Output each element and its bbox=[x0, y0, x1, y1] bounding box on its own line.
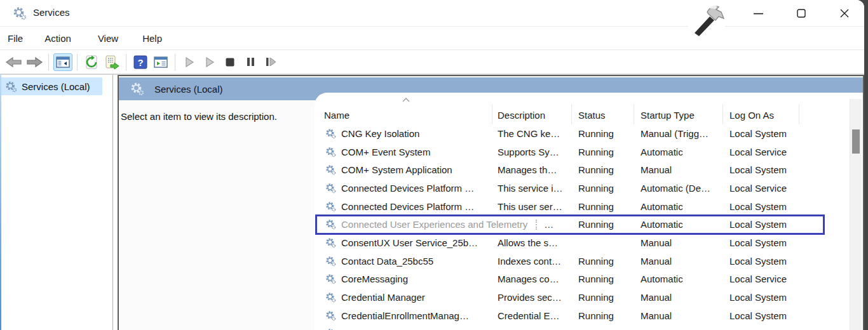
sidebar-item-services-local[interactable]: Services (Local) bbox=[1, 77, 102, 95]
back-icon[interactable] bbox=[4, 53, 24, 71]
table-row[interactable]: COM+ System Application Manages th… Runn… bbox=[315, 161, 848, 179]
service-status: Running bbox=[572, 147, 634, 157]
sort-ascending-icon bbox=[402, 98, 410, 102]
service-startup-type: Manual bbox=[634, 310, 723, 321]
service-name: COM+ System Application bbox=[341, 164, 452, 175]
table-row[interactable]: Credential Manager Provides sec… Running… bbox=[315, 288, 848, 307]
service-startup-type: Manual bbox=[634, 292, 723, 303]
content-area: Services (Local) Services (Local) Select… bbox=[0, 75, 864, 330]
service-status: Running bbox=[572, 164, 634, 175]
service-name: COM+ Event System bbox=[341, 147, 430, 157]
service-name: CNG Key Isolation bbox=[341, 128, 419, 139]
service-log-on-as: Local Service bbox=[723, 274, 799, 284]
table-row[interactable]: Contact Data_25bc55 Indexes cont… Runnin… bbox=[315, 252, 848, 270]
service-name: Connected Devices Platform … bbox=[341, 201, 474, 212]
table-row[interactable]: COM+ Event System Supports Sy… Running A… bbox=[315, 143, 848, 161]
table-row[interactable]: CNG Key Isolation The CNG ke… Running Ma… bbox=[315, 124, 848, 143]
service-name-cell: Credential Manager bbox=[315, 292, 492, 303]
service-name-cell: CoreMessaging bbox=[315, 274, 492, 284]
column-header-name[interactable]: Name bbox=[315, 104, 492, 124]
menu-action[interactable]: Action bbox=[44, 33, 71, 44]
menu-file[interactable]: File bbox=[8, 33, 23, 44]
column-header-description[interactable]: Description bbox=[492, 104, 572, 124]
service-startup-type: Automatic bbox=[634, 219, 723, 230]
service-name: ConsentUX User Service_25b… bbox=[341, 237, 478, 248]
service-gear-icon bbox=[325, 274, 336, 284]
service-log-on-as: Local System bbox=[723, 256, 799, 267]
toolbar-separator bbox=[126, 54, 126, 70]
service-log-on-as: Local System bbox=[723, 128, 799, 139]
title-bar: Services bbox=[0, 0, 864, 27]
help-icon[interactable]: ? bbox=[131, 53, 150, 71]
table-row[interactable]: Connected Devices Platform … This user s… bbox=[315, 197, 848, 216]
service-status: Running bbox=[572, 310, 634, 321]
sidebar-item-label: Services (Local) bbox=[22, 81, 90, 92]
service-description: This user ser… bbox=[492, 201, 572, 212]
scrollbar-thumb[interactable] bbox=[852, 129, 860, 154]
service-startup-type: Manual bbox=[634, 237, 723, 248]
service-gear-icon bbox=[325, 256, 336, 267]
show-action-pane-icon[interactable] bbox=[151, 53, 170, 71]
svg-text:?: ? bbox=[137, 56, 143, 67]
service-description: Indexes cont… bbox=[492, 256, 572, 267]
service-gear-icon bbox=[325, 183, 336, 194]
services-window: Services File Action View Help bbox=[0, 0, 864, 330]
services-list-panel: Name Description Status Startup Type Log… bbox=[315, 93, 863, 330]
close-button[interactable] bbox=[834, 4, 855, 23]
description-hint: Select an item to view its description. bbox=[121, 111, 277, 122]
resume-service-icon[interactable] bbox=[200, 53, 219, 71]
pause-service-icon[interactable] bbox=[241, 53, 260, 71]
export-list-icon[interactable] bbox=[102, 53, 121, 71]
show-console-tree-icon[interactable] bbox=[53, 53, 72, 71]
pane-gutter bbox=[113, 75, 118, 330]
minimize-button[interactable] bbox=[747, 4, 769, 23]
truncation-ellipsis: … bbox=[544, 219, 553, 230]
services-header-icon bbox=[130, 82, 144, 96]
service-log-on-as: Local System bbox=[723, 310, 799, 321]
service-gear-icon bbox=[325, 147, 336, 157]
service-name-cell: ConsentUX User Service_25b… bbox=[315, 237, 492, 248]
service-startup-type: Automatic (De… bbox=[634, 183, 723, 194]
service-description: Manages co… bbox=[492, 274, 572, 284]
services-main-panel: Services (Local) Select an item to view … bbox=[118, 75, 864, 330]
service-name: Connected Devices Platform … bbox=[341, 183, 474, 194]
stop-service-icon[interactable] bbox=[220, 53, 240, 71]
refresh-icon[interactable] bbox=[82, 53, 101, 71]
services-rows: CNG Key Isolation The CNG ke… Running Ma… bbox=[315, 124, 848, 330]
service-description: Provides sec… bbox=[492, 292, 572, 303]
service-name-cell: COM+ System Application bbox=[315, 164, 492, 175]
table-row[interactable]: CredentialEnrollmentManag… Credential E…… bbox=[315, 307, 848, 325]
service-log-on-as: Local Service bbox=[723, 183, 799, 194]
service-startup-type: Automatic bbox=[634, 201, 723, 212]
service-status: Running bbox=[572, 219, 634, 230]
toolbar: ? bbox=[0, 50, 864, 75]
restart-service-icon[interactable] bbox=[261, 53, 280, 71]
menu-help[interactable]: Help bbox=[142, 33, 162, 44]
service-gear-icon bbox=[325, 292, 336, 303]
table-row[interactable]: Connected User Experiences and Telemetry… bbox=[315, 215, 848, 234]
service-name-cell: Connected Devices Platform … bbox=[315, 201, 492, 212]
table-row[interactable] bbox=[315, 325, 848, 330]
service-description: Supports Sy… bbox=[492, 147, 572, 157]
service-log-on-as: Local System bbox=[723, 292, 799, 303]
service-name-cell: Contact Data_25bc55 bbox=[315, 256, 492, 267]
forward-icon[interactable] bbox=[25, 53, 44, 71]
service-startup-type: Manual bbox=[634, 256, 723, 267]
maximize-button[interactable] bbox=[790, 4, 812, 23]
service-name-cell: CNG Key Isolation bbox=[315, 128, 492, 139]
service-name: Connected User Experiences and Telemetry bbox=[341, 219, 527, 230]
table-row[interactable]: Connected Devices Platform … This servic… bbox=[315, 179, 848, 197]
service-startup-type: Automatic bbox=[634, 274, 723, 284]
vertical-scrollbar[interactable] bbox=[850, 99, 862, 330]
column-header-startup-type[interactable]: Startup Type bbox=[634, 104, 723, 124]
menu-view[interactable]: View bbox=[98, 33, 118, 44]
table-row[interactable]: CoreMessaging Manages co… Running Automa… bbox=[315, 270, 848, 289]
column-header-status[interactable]: Status bbox=[572, 104, 634, 124]
start-service-icon[interactable] bbox=[180, 53, 199, 71]
service-status: Running bbox=[572, 292, 634, 303]
table-row[interactable]: ConsentUX User Service_25b… Allows the s… bbox=[315, 234, 848, 252]
services-app-icon bbox=[13, 6, 27, 20]
service-name: Contact Data_25bc55 bbox=[341, 256, 433, 267]
column-header-log-on-as[interactable]: Log On As bbox=[723, 104, 799, 124]
service-status: Running bbox=[572, 128, 634, 139]
